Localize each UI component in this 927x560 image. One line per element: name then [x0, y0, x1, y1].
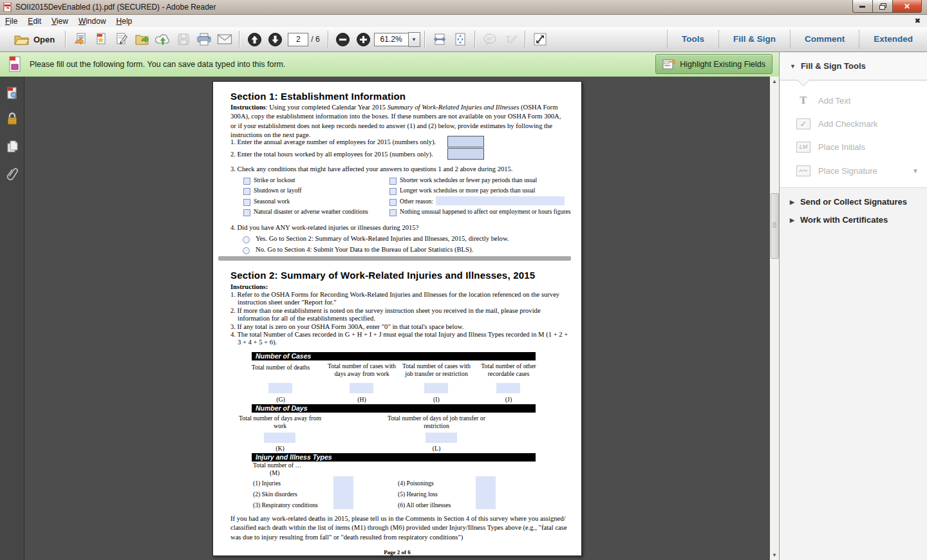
tab-comment[interactable]: Comment	[791, 27, 859, 51]
checkbox-other[interactable]	[389, 199, 397, 206]
letter-h: (H)	[326, 396, 398, 404]
menu-file[interactable]: File	[0, 15, 23, 27]
question-2: 2. Enter the total hours worked by all e…	[230, 150, 433, 159]
input-g[interactable]	[268, 383, 292, 393]
checkbox-strike[interactable]	[243, 178, 250, 185]
close-menubar-icon[interactable]: ✖	[915, 17, 921, 25]
checkbox-longer[interactable]	[389, 188, 397, 195]
menu-edit[interactable]: Edit	[23, 15, 46, 27]
fit-width-icon[interactable]	[431, 30, 448, 48]
checkbox-nothing[interactable]	[389, 209, 397, 216]
security-lock-icon[interactable]	[5, 111, 20, 127]
highlight-existing-fields-button[interactable]: Highlight Existing Fields	[655, 54, 772, 74]
input-j[interactable]	[496, 383, 520, 393]
window-title: SOII2015DevEnabled (1).pdf (SECURED) - A…	[15, 3, 216, 12]
input-l[interactable]	[426, 433, 457, 443]
upload-cloud-icon[interactable]	[154, 30, 171, 48]
form-notification-bar: Please fill out the following form. You …	[0, 52, 779, 77]
export-page-icon[interactable]	[72, 30, 89, 48]
instruction-item: 3. If any total is zero on your OSHA For…	[230, 323, 570, 331]
save-icon	[175, 30, 192, 48]
section2-title: Section 2: Summary of Work-Related Injur…	[230, 270, 535, 281]
fit-page-icon[interactable]	[452, 30, 469, 48]
input-i[interactable]	[424, 383, 448, 393]
panel-header[interactable]: ▼ Fill & Sign Tools	[780, 52, 927, 80]
checkbox-disaster[interactable]	[243, 209, 250, 216]
zoom-dropdown-button[interactable]: ▼	[408, 32, 420, 47]
radio-yes-label: Yes. Go to Section 2: Summary of Work-Re…	[256, 234, 509, 243]
cases-header-bar: Number of Cases	[252, 352, 536, 360]
employees-input[interactable]	[447, 136, 484, 147]
sign-page-icon[interactable]	[113, 30, 130, 48]
print-icon[interactable]	[196, 30, 212, 48]
pages-icon[interactable]	[5, 139, 20, 154]
main-toolbar: Open 2 / 6 61.2% ▼	[0, 27, 927, 52]
scroll-down-icon[interactable]: ▼	[770, 550, 779, 560]
minimize-button[interactable]	[852, 0, 873, 13]
toolbar-separator	[424, 31, 426, 48]
zoom-out-icon[interactable]	[335, 30, 351, 48]
hours-worked-input[interactable]	[447, 148, 484, 160]
place-signature-label: Place Signature	[818, 166, 877, 176]
next-page-icon[interactable]	[267, 30, 283, 48]
maximize-button[interactable]	[873, 0, 892, 13]
zoom-level-input[interactable]: 61.2%	[374, 33, 408, 46]
scroll-up-icon[interactable]: ▲	[770, 77, 779, 86]
menu-window[interactable]: Window	[73, 15, 111, 27]
checkbox-shorter[interactable]	[389, 178, 397, 185]
col-header-l: Total number of days of job transfer or …	[385, 415, 488, 430]
input-m1[interactable]	[333, 476, 353, 487]
instruction-item: 2. If more than one establishment is not…	[230, 307, 570, 323]
input-m3[interactable]	[333, 498, 353, 509]
text-callout-icon: T	[502, 30, 519, 48]
checkbox-seasonal-label: Seasonal work	[254, 198, 290, 205]
highlight-fields-icon	[662, 59, 675, 70]
letter-i: (I)	[400, 396, 473, 404]
close-button[interactable]: ✕	[892, 0, 922, 13]
email-icon[interactable]	[216, 30, 233, 48]
input-m5[interactable]	[476, 487, 496, 498]
checkbox-seasonal[interactable]	[243, 199, 250, 206]
tab-tools[interactable]: Tools	[668, 27, 718, 51]
other-reason-input[interactable]	[436, 196, 565, 205]
page-thumbnails-icon[interactable]	[5, 86, 20, 101]
work-with-certificates-item[interactable]: ▶ Work with Certificates	[780, 215, 927, 225]
radio-yes[interactable]	[243, 236, 250, 243]
menu-help[interactable]: Help	[111, 15, 138, 27]
add-checkmark-icon: ✓	[796, 118, 810, 129]
instruction-item: 1. Refer to the OSHA Forms for Recording…	[230, 291, 570, 307]
create-pdf-icon[interactable]	[93, 30, 109, 48]
add-text-icon: T	[796, 95, 810, 106]
page-number-input[interactable]: 2	[288, 33, 308, 46]
menu-view[interactable]: View	[46, 15, 73, 27]
prev-page-icon[interactable]	[246, 30, 263, 48]
type-5-label: (5) Hearing loss	[398, 490, 438, 498]
input-m4[interactable]	[476, 476, 496, 487]
collapse-triangle-icon: ▼	[790, 63, 796, 70]
open-button[interactable]: Open	[8, 30, 61, 49]
tab-extended[interactable]: Extended	[859, 27, 927, 51]
svg-text:T: T	[505, 35, 511, 44]
radio-no[interactable]	[243, 247, 250, 254]
panel-header-notch	[798, 80, 809, 86]
expand-arrow-icon: ▶	[790, 217, 794, 223]
col-header-g: Total number of deaths	[245, 364, 317, 371]
checkbox-strike-label: Strike or lockout	[254, 176, 295, 183]
input-m6[interactable]	[476, 498, 496, 509]
chevron-down-icon: ▼	[912, 167, 919, 174]
zoom-in-icon[interactable]	[355, 30, 372, 48]
scrollbar-thumb[interactable]	[771, 193, 779, 259]
place-initials-label: Place Initials	[818, 142, 865, 152]
input-k[interactable]	[264, 433, 295, 443]
share-folder-icon[interactable]	[134, 30, 151, 48]
toolbar-separator	[239, 31, 240, 48]
input-m2[interactable]	[333, 487, 353, 498]
tab-fill-sign[interactable]: Fill & Sign	[719, 27, 790, 51]
input-h[interactable]	[350, 383, 373, 393]
checkbox-shutdown[interactable]	[243, 188, 250, 195]
attachment-clip-icon[interactable]	[5, 166, 20, 182]
vertical-scrollbar[interactable]: ▲ ▼	[770, 77, 779, 560]
add-checkmark-tool: ✓ Add Checkmark	[780, 113, 927, 135]
send-collect-signatures-item[interactable]: ▶ Send or Collect Signatures	[780, 197, 927, 207]
fullscreen-icon[interactable]	[532, 30, 548, 48]
